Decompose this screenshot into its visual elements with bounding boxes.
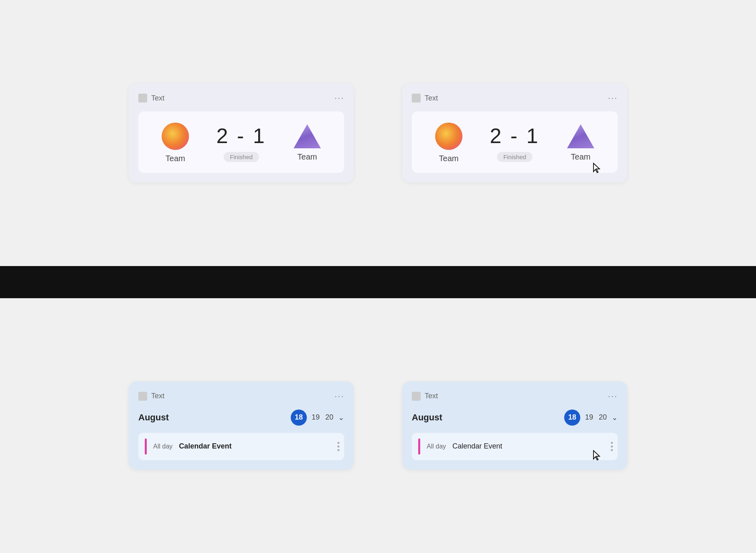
score-text-1: 2 - 1	[216, 124, 266, 148]
cal-header-icon-2	[412, 392, 421, 401]
cal-date-header-1: August 18 19 20 ⌄	[138, 410, 344, 426]
score-center-2: 2 - 1 Finished	[490, 124, 540, 162]
black-divider	[0, 266, 756, 298]
team2-label-1: Team	[298, 152, 317, 162]
cal-header-left-1: Text	[138, 392, 164, 401]
cal-date-header-2: August 18 19 20 ⌄	[412, 410, 618, 426]
event-more-dots-1[interactable]	[337, 442, 339, 451]
team1-icon-circle-2	[435, 123, 462, 150]
cal-date-active-1[interactable]: 18	[291, 410, 307, 426]
score-card-1: Text ··· Team 2 - 1 Finished Team	[129, 83, 354, 182]
cal-date-2-2[interactable]: 19	[584, 412, 594, 423]
event-title-1: Calendar Event	[179, 442, 232, 451]
team2-block-1: Team	[294, 124, 321, 162]
cal-header-2: Text ···	[412, 391, 618, 401]
cal-date-3-2[interactable]: 20	[598, 412, 608, 423]
event-bar-1	[145, 438, 147, 455]
chevron-down-icon-1[interactable]: ⌄	[338, 413, 344, 422]
calendar-card-2: Text ··· August 18 19 20 ⌄ All day Calen…	[402, 381, 627, 470]
card-header-2: Text ···	[412, 93, 618, 103]
team1-block-1: Team	[162, 123, 189, 163]
cal-header-left-2: Text	[412, 392, 438, 401]
card-header-left-1: Text	[138, 94, 164, 102]
card-header-1: Text ···	[138, 93, 344, 103]
team1-label-1: Team	[166, 154, 185, 163]
team2-icon-triangle-2	[567, 124, 594, 148]
score-content-2: Team 2 - 1 Finished Team	[412, 111, 618, 173]
cal-month-1: August	[138, 412, 169, 423]
cal-dates-2: 18 19 20 ⌄	[564, 410, 618, 426]
three-dots-1[interactable]: ···	[335, 93, 344, 103]
cal-event-row-1[interactable]: All day Calendar Event	[138, 433, 344, 460]
event-title-2: Calendar Event	[452, 442, 502, 451]
cal-header-text-1: Text	[151, 392, 164, 400]
event-bar-2	[418, 438, 420, 455]
cal-date-active-2[interactable]: 18	[564, 410, 580, 426]
cal-dates-1: 18 19 20 ⌄	[291, 410, 344, 426]
team1-label-2: Team	[439, 154, 459, 163]
header-icon-1	[138, 94, 147, 102]
header-icon-2	[412, 94, 421, 102]
team1-icon-circle-1	[162, 123, 189, 150]
all-day-label-2: All day	[427, 443, 446, 450]
cal-date-2-1[interactable]: 19	[311, 412, 320, 423]
calendar-card-1: Text ··· August 18 19 20 ⌄ All day Calen…	[129, 381, 354, 470]
team2-icon-triangle-1	[294, 124, 321, 148]
cal-header-text-2: Text	[425, 392, 438, 400]
cal-header-1: Text ···	[138, 391, 344, 401]
header-text-1: Text	[151, 94, 164, 102]
cal-header-icon-1	[138, 392, 147, 401]
cal-three-dots-2[interactable]: ···	[608, 391, 618, 401]
chevron-down-icon-2[interactable]: ⌄	[612, 413, 618, 422]
score-text-2: 2 - 1	[490, 124, 540, 148]
team2-label-2: Team	[571, 152, 591, 162]
three-dots-2[interactable]: ···	[608, 93, 618, 103]
card-header-left-2: Text	[412, 94, 438, 102]
cal-date-3-1[interactable]: 20	[325, 412, 334, 423]
status-badge-1: Finished	[224, 152, 259, 162]
team1-block-2: Team	[435, 123, 462, 163]
cal-month-2: August	[412, 412, 442, 423]
score-card-2: Text ··· Team 2 - 1 Finished Team	[402, 83, 627, 182]
event-more-dots-2[interactable]	[611, 442, 613, 451]
score-center-1: 2 - 1 Finished	[216, 124, 266, 162]
header-text-2: Text	[425, 94, 438, 102]
all-day-label-1: All day	[153, 443, 173, 450]
status-badge-2: Finished	[497, 152, 533, 162]
cal-event-row-2[interactable]: All day Calendar Event	[412, 433, 618, 460]
cal-three-dots-1[interactable]: ···	[335, 391, 344, 401]
score-content-1: Team 2 - 1 Finished Team	[138, 111, 344, 173]
team2-block-2: Team	[567, 124, 594, 162]
